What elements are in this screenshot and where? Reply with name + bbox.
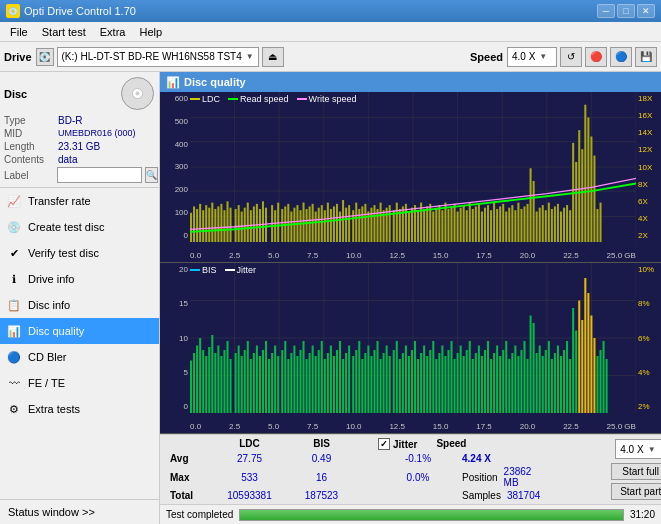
svg-rect-264: [493, 353, 495, 413]
svg-rect-203: [306, 359, 308, 413]
svg-rect-144: [578, 130, 580, 242]
label-input[interactable]: [57, 167, 142, 183]
top-x-axis: 0.02.55.07.510.012.515.017.520.022.525.0…: [190, 251, 636, 260]
svg-rect-99: [441, 210, 443, 242]
svg-rect-138: [560, 211, 562, 242]
svg-rect-182: [241, 356, 243, 413]
svg-rect-26: [211, 203, 213, 242]
svg-rect-221: [361, 359, 363, 413]
toolbar-save-button[interactable]: 💾: [635, 47, 657, 67]
start-part-button[interactable]: Start part: [611, 483, 661, 500]
disc-info-panel: Disc Type BD-R MID UMEBDR016 (000): [0, 72, 159, 188]
svg-rect-256: [469, 341, 471, 413]
svg-rect-192: [271, 353, 273, 413]
svg-rect-147: [587, 117, 589, 242]
bis-chart: 20151050 10%8%6%4%2%: [160, 263, 661, 434]
stats-bar: LDC BIS ✓ Jitter Speed Avg 27.75 0.49: [160, 434, 661, 504]
svg-rect-132: [542, 205, 544, 242]
svg-rect-211: [330, 346, 332, 414]
start-full-button[interactable]: Start full: [611, 463, 661, 480]
svg-rect-115: [490, 210, 492, 242]
toolbar-btn-1[interactable]: 🔴: [585, 47, 607, 67]
status-window-button[interactable]: Status window >>: [4, 504, 155, 520]
sidebar-item-cd-bler[interactable]: 🔵 CD Bler: [0, 344, 159, 370]
svg-rect-228: [383, 353, 385, 413]
svg-rect-242: [426, 356, 428, 413]
svg-rect-79: [380, 203, 382, 242]
content-area: 📊 Disc quality 6005004003002001000 18X16…: [160, 72, 661, 524]
sidebar-item-fe-te[interactable]: 〰 FE / TE: [0, 370, 159, 396]
sidebar-item-disc-quality[interactable]: 📊 Disc quality: [0, 318, 159, 344]
svg-rect-42: [262, 201, 264, 242]
bottom-chart-legend: BIS Jitter: [190, 265, 256, 275]
svg-rect-131: [539, 208, 541, 242]
svg-rect-34: [238, 205, 240, 242]
svg-rect-166: [190, 361, 192, 414]
svg-rect-225: [373, 350, 375, 413]
svg-rect-123: [514, 210, 516, 242]
drive-dropdown[interactable]: (K:) HL-DT-ST BD-RE WH16NS58 TST4 ▼: [57, 47, 259, 67]
svg-rect-27: [214, 209, 216, 242]
svg-rect-217: [348, 346, 350, 414]
svg-rect-270: [511, 353, 513, 413]
menu-help[interactable]: Help: [133, 25, 168, 39]
svg-rect-259: [478, 346, 480, 414]
speed-refresh-button[interactable]: ↺: [560, 47, 582, 67]
samples-value: 381704: [507, 490, 540, 501]
svg-rect-68: [345, 208, 347, 242]
svg-rect-275: [527, 359, 529, 413]
svg-rect-212: [333, 356, 335, 413]
svg-rect-66: [339, 211, 341, 242]
sidebar-item-extra-tests[interactable]: ⚙ Extra tests: [0, 396, 159, 422]
label-search-button[interactable]: 🔍: [145, 167, 158, 183]
svg-rect-250: [451, 341, 453, 413]
svg-rect-122: [511, 205, 513, 242]
sidebar-item-transfer-rate[interactable]: 📈 Transfer rate: [0, 188, 159, 214]
ldc-y-axis-right: 18X16X14X12X10X8X6X4X2X: [636, 92, 661, 242]
close-button[interactable]: ✕: [637, 4, 655, 18]
svg-rect-185: [250, 359, 252, 413]
test-speed-dropdown[interactable]: 4.0 X ▼: [615, 439, 661, 459]
svg-rect-292: [578, 301, 580, 414]
menu-start-test[interactable]: Start test: [36, 25, 92, 39]
speed-dropdown[interactable]: 4.0 X ▼: [507, 47, 557, 67]
svg-rect-175: [217, 346, 219, 414]
svg-rect-252: [457, 353, 459, 413]
menu-extra[interactable]: Extra: [94, 25, 132, 39]
svg-rect-148: [590, 136, 592, 242]
svg-rect-199: [293, 346, 295, 414]
sidebar-item-create-test-disc[interactable]: 💿 Create test disc: [0, 214, 159, 240]
svg-rect-63: [330, 209, 332, 242]
svg-rect-215: [342, 359, 344, 413]
svg-rect-238: [414, 341, 416, 413]
max-jitter: 0.0%: [388, 472, 448, 483]
transfer-rate-icon: 📈: [6, 193, 22, 209]
svg-rect-184: [247, 341, 249, 413]
max-ldc: 533: [212, 472, 287, 483]
maximize-button[interactable]: □: [617, 4, 635, 18]
toolbar-btn-2[interactable]: 🔵: [610, 47, 632, 67]
svg-rect-67: [342, 200, 344, 242]
avg-speed: 4.24 X: [462, 453, 491, 464]
menu-file[interactable]: File: [4, 25, 34, 39]
eject-button[interactable]: ⏏: [262, 47, 284, 67]
svg-rect-77: [373, 205, 375, 242]
svg-rect-284: [554, 353, 556, 413]
svg-rect-279: [539, 346, 541, 414]
svg-rect-181: [238, 346, 240, 414]
sidebar-item-drive-info[interactable]: ℹ Drive info: [0, 266, 159, 292]
svg-rect-143: [575, 162, 577, 242]
svg-rect-89: [411, 208, 413, 242]
svg-rect-179: [230, 359, 232, 413]
svg-rect-193: [274, 346, 276, 414]
svg-rect-174: [214, 353, 216, 413]
sidebar: Disc Type BD-R MID UMEBDR016 (000): [0, 72, 160, 524]
svg-rect-140: [566, 205, 568, 242]
jitter-checkbox[interactable]: ✓ Jitter: [378, 438, 417, 450]
progress-bar-fill: [240, 510, 623, 520]
minimize-button[interactable]: ─: [597, 4, 615, 18]
svg-rect-183: [244, 350, 246, 413]
sidebar-item-disc-info[interactable]: 📋 Disc info: [0, 292, 159, 318]
svg-rect-274: [523, 341, 525, 413]
sidebar-item-verify-test-disc[interactable]: ✔ Verify test disc: [0, 240, 159, 266]
